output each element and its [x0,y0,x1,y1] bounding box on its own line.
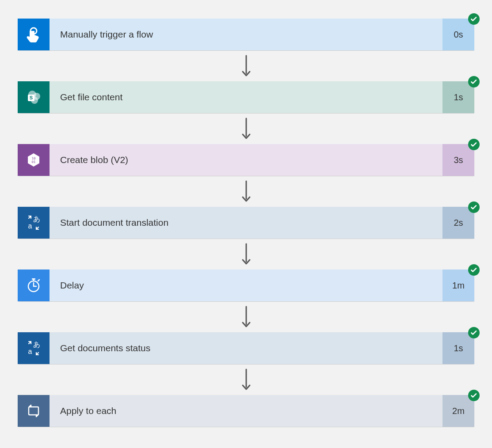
translate-icon: あ a [18,332,50,364]
delay-icon [18,270,50,301]
sharepoint-icon: S [18,81,50,113]
step-label: Get file content [50,81,442,113]
svg-line-24 [38,280,39,281]
flow-step-get-file[interactable]: S Get file content1s [18,81,474,113]
flow-arrow-icon [240,239,252,270]
status-success-icon [468,327,480,338]
loop-icon [18,395,50,427]
status-success-icon [468,264,480,276]
flow-arrow-icon [240,301,252,332]
translate-icon: あ a [18,207,50,239]
blob-icon: 10 01 [18,144,50,176]
status-success-icon [468,201,480,213]
step-label: Create blob (V2) [50,144,442,176]
flow-step-trigger[interactable]: Manually trigger a flow0s [18,19,474,50]
svg-text:S: S [30,95,33,100]
step-label: Get documents status [50,332,442,364]
svg-rect-31 [29,407,38,415]
svg-text:a: a [28,222,32,230]
flow-arrow-icon [240,176,252,207]
svg-text:01: 01 [31,160,35,164]
flow-step-delay[interactable]: Delay1m [18,270,474,301]
touch-icon [18,19,50,50]
status-success-icon [468,139,480,150]
status-success-icon [468,13,480,25]
flow-arrow-icon [240,113,252,144]
flow-step-start-translation[interactable]: あ a Start document translation2s [18,207,474,239]
flow-step-get-status[interactable]: あ a Get documents status1s [18,332,474,364]
svg-text:a: a [28,348,32,355]
flow-canvas: Manually trigger a flow0s S Get file con… [0,0,492,448]
svg-text:あ: あ [33,341,40,348]
step-label: Start document translation [50,207,442,239]
flow-arrow-icon [240,364,252,395]
svg-text:あ: あ [33,215,40,223]
status-success-icon [468,390,480,401]
status-success-icon [468,76,480,87]
step-label: Delay [50,270,442,301]
step-label: Manually trigger a flow [50,19,442,50]
flow-step-apply-each[interactable]: Apply to each2m [18,395,474,427]
step-label: Apply to each [50,395,442,427]
svg-rect-22 [32,278,35,280]
flow-arrow-icon [240,50,252,81]
flow-step-create-blob[interactable]: 10 01 Create blob (V2)3s [18,144,474,176]
